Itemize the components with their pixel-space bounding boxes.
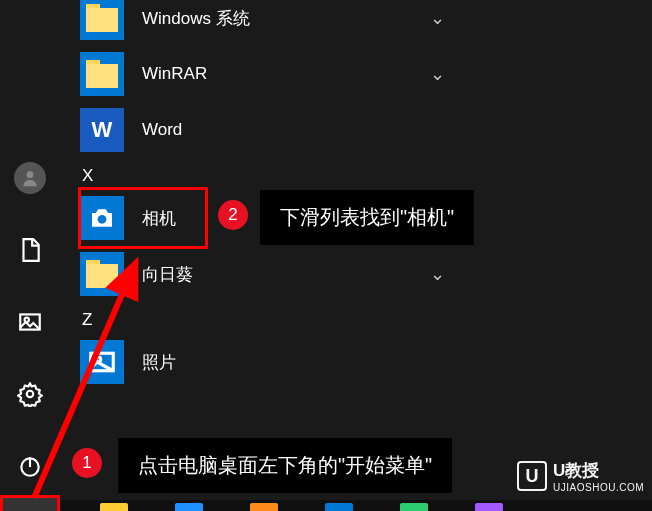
- app-label: 向日葵: [142, 263, 193, 286]
- camera-icon: [80, 196, 124, 240]
- watermark-sub: UJIAOSHOU.COM: [553, 482, 644, 493]
- taskbar-app-icon[interactable]: [100, 503, 128, 511]
- taskbar: [0, 500, 652, 511]
- section-header-x[interactable]: X: [80, 158, 480, 190]
- app-photos[interactable]: 照片: [80, 334, 480, 390]
- annotation-badge-2: 2: [218, 200, 248, 230]
- watermark-logo-icon: U: [517, 461, 547, 491]
- app-label: 照片: [142, 351, 176, 374]
- watermark: U U教授 UJIAOSHOU.COM: [517, 459, 644, 493]
- annotation-badge-1: 1: [72, 448, 102, 478]
- app-label: Windows 系统: [142, 7, 250, 30]
- taskbar-app-icon[interactable]: [250, 503, 278, 511]
- app-windows-system[interactable]: Windows 系统 ⌄: [80, 0, 480, 46]
- folder-icon: [80, 252, 124, 296]
- app-winrar[interactable]: WinRAR ⌄: [80, 46, 480, 102]
- app-label: 相机: [142, 207, 176, 230]
- taskbar-app-icon[interactable]: [400, 503, 428, 511]
- section-header-z[interactable]: Z: [80, 302, 480, 334]
- app-word[interactable]: W Word: [80, 102, 480, 158]
- start-menu: Windows 系统 ⌄ WinRAR ⌄ W Word X 相机 向日葵 ⌄ …: [0, 0, 652, 511]
- chevron-down-icon[interactable]: ⌄: [430, 263, 445, 285]
- rail-user[interactable]: [0, 148, 60, 208]
- svg-point-6: [98, 215, 107, 224]
- svg-point-0: [27, 171, 34, 178]
- start-rail: [0, 0, 60, 500]
- taskbar-app-icon[interactable]: [325, 503, 353, 511]
- annotation-callout-1: 点击电脑桌面左下角的"开始菜单": [118, 438, 452, 493]
- word-icon: W: [80, 108, 124, 152]
- app-label: WinRAR: [142, 64, 207, 84]
- app-sunflower[interactable]: 向日葵 ⌄: [80, 246, 480, 302]
- user-avatar-icon: [14, 162, 46, 194]
- gear-icon: [17, 381, 43, 407]
- start-button[interactable]: [0, 495, 60, 511]
- chevron-down-icon[interactable]: ⌄: [430, 63, 445, 85]
- photos-icon: [80, 340, 124, 384]
- app-label: Word: [142, 120, 182, 140]
- folder-icon: [80, 0, 124, 40]
- power-icon: [17, 453, 43, 479]
- rail-documents[interactable]: [0, 220, 60, 280]
- rail-pictures[interactable]: [0, 292, 60, 352]
- taskbar-app-icon[interactable]: [175, 503, 203, 511]
- chevron-down-icon[interactable]: ⌄: [430, 7, 445, 29]
- taskbar-app-icon[interactable]: [475, 503, 503, 511]
- pictures-icon: [17, 309, 43, 335]
- rail-settings[interactable]: [0, 364, 60, 424]
- rail-power[interactable]: [0, 436, 60, 496]
- watermark-title: U教授: [553, 461, 599, 480]
- document-icon: [17, 237, 43, 263]
- svg-point-3: [27, 391, 34, 398]
- folder-icon: [80, 52, 124, 96]
- annotation-callout-2: 下滑列表找到"相机": [260, 190, 474, 245]
